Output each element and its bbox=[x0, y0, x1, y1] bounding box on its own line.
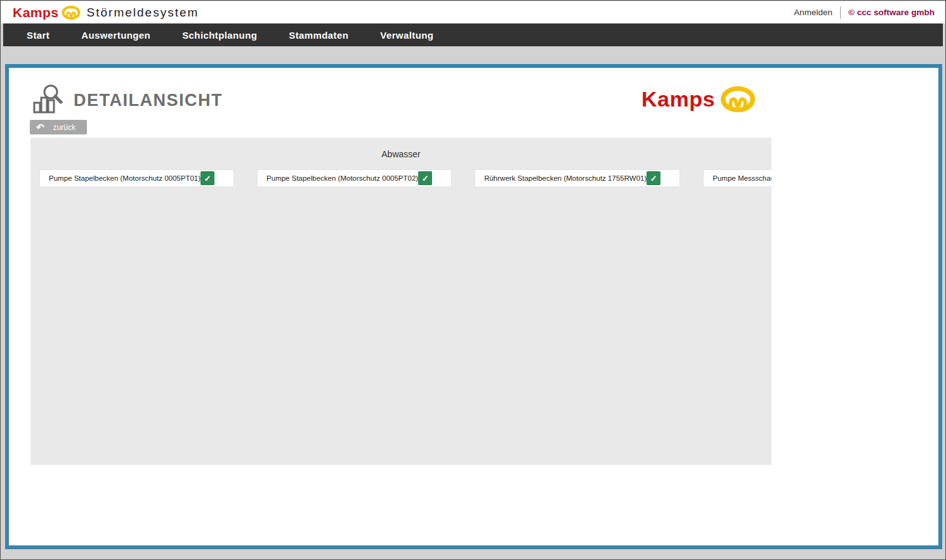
nav-item-start[interactable]: Start bbox=[27, 30, 49, 41]
main-nav: Start Auswertungen Schichtplanung Stammd… bbox=[3, 23, 943, 46]
panel-title: Abwasser bbox=[30, 149, 772, 159]
status-row: Pumpe Messschacht (Motorschutz 0290PT01)… bbox=[703, 169, 772, 187]
copyright-link[interactable]: © ccc software gmbh bbox=[848, 8, 935, 17]
divider bbox=[840, 6, 841, 19]
status-ok-icon: ✓ bbox=[647, 171, 660, 185]
undo-arrow-icon: ↶ bbox=[36, 122, 44, 132]
status-row-label: Pumpe Stapelbecken (Motorschutz 0005PT02… bbox=[266, 174, 418, 182]
status-row-label: Rührwerk Stapelbecken (Motorschutz 1755R… bbox=[484, 174, 647, 182]
status-row-label: Pumpe Stapelbecken (Motorschutz 0005PT01… bbox=[49, 174, 200, 182]
status-row-label: Pumpe Messschacht (Motorschutz 0290PT01) bbox=[713, 174, 772, 182]
status-grid: Pumpe Stapelbecken (Motorschutz 0005PT01… bbox=[39, 169, 763, 187]
nav-item-stammdaten[interactable]: Stammdaten bbox=[289, 30, 348, 41]
status-ok-icon: ✓ bbox=[200, 171, 214, 185]
status-row: Pumpe Stapelbecken (Motorschutz 0005PT01… bbox=[39, 169, 234, 187]
nav-item-schichtplanung[interactable]: Schichtplanung bbox=[182, 30, 257, 41]
kamps-wordmark: Kamps bbox=[641, 87, 715, 112]
top-bar-right: Anmelden © ccc software gmbh bbox=[794, 6, 935, 19]
back-button[interactable]: ↶ zurück bbox=[30, 120, 87, 134]
abwasser-panel: Abwasser Pumpe Stapelbecken (Motorschutz… bbox=[30, 138, 772, 465]
pretzel-icon bbox=[62, 5, 81, 20]
detail-chart-magnifier-icon bbox=[32, 84, 63, 117]
page-title: DETAILANSICHT bbox=[74, 91, 223, 110]
nav-item-verwaltung[interactable]: Verwaltung bbox=[380, 30, 433, 41]
top-bar: Kamps Störmeldesystem Anmelden © ccc sof… bbox=[1, 1, 945, 23]
app-window: Kamps Störmeldesystem Anmelden © ccc sof… bbox=[0, 0, 946, 560]
brand-logo: Kamps bbox=[13, 5, 81, 20]
back-button-label: zurück bbox=[53, 123, 76, 132]
status-row: Pumpe Stapelbecken (Motorschutz 0005PT02… bbox=[257, 169, 452, 187]
nav-item-auswertungen[interactable]: Auswertungen bbox=[81, 30, 150, 41]
app-title: Störmeldesystem bbox=[87, 6, 199, 20]
status-row: Rührwerk Stapelbecken (Motorschutz 1755R… bbox=[475, 169, 680, 187]
status-ok-icon: ✓ bbox=[418, 171, 432, 185]
login-link[interactable]: Anmelden bbox=[794, 8, 832, 17]
brand-wordmark: Kamps bbox=[13, 5, 59, 20]
content-box: DETAILANSICHT Kamps ↶ zurück Abwasser Pu… bbox=[5, 64, 942, 549]
kamps-logo: Kamps bbox=[641, 86, 756, 113]
pretzel-icon bbox=[720, 86, 756, 113]
